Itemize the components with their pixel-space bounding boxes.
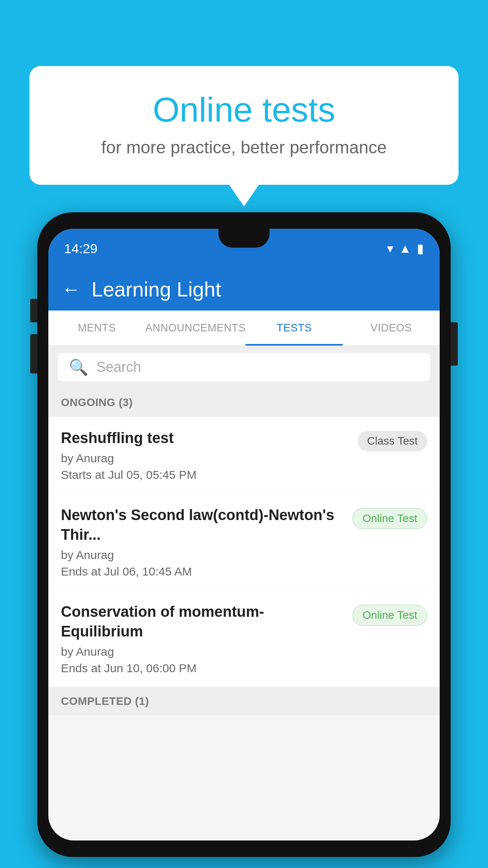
test-time-2: Ends at Jul 06, 10:45 AM bbox=[61, 565, 345, 578]
signal-icon: ▲ bbox=[399, 241, 411, 256]
test-list: Reshuffling test by Anurag Starts at Jul… bbox=[48, 417, 440, 687]
bubble-title: Online tests bbox=[61, 90, 427, 130]
app-bar: ← Learning Light bbox=[48, 268, 440, 311]
completed-section-header: COMPLETED (1) bbox=[48, 687, 440, 715]
phone-frame: 14:29 ▾ ▲ ▮ ← Learning Light MENTS ANNOU… bbox=[37, 212, 451, 857]
search-input[interactable]: Search bbox=[96, 359, 141, 375]
test-badge-3: Online Test bbox=[352, 605, 427, 626]
test-info-2: Newton's Second law(contd)-Newton's Thir… bbox=[61, 506, 345, 578]
notch-cutout bbox=[218, 229, 270, 248]
search-container: 🔍 Search bbox=[48, 346, 440, 388]
test-title-2: Newton's Second law(contd)-Newton's Thir… bbox=[61, 506, 345, 544]
test-title-1: Reshuffling test bbox=[61, 428, 350, 448]
app-bar-title: Learning Light bbox=[92, 278, 221, 301]
tab-tests[interactable]: TESTS bbox=[246, 311, 343, 346]
volume-down-button bbox=[30, 334, 37, 373]
battery-icon: ▮ bbox=[417, 241, 424, 256]
test-item-2[interactable]: Newton's Second law(contd)-Newton's Thir… bbox=[48, 494, 440, 590]
tabs-bar: MENTS ANNOUNCEMENTS TESTS VIDEOS bbox=[48, 311, 440, 346]
test-author-2: by Anurag bbox=[61, 548, 345, 562]
test-badge-2: Online Test bbox=[352, 508, 427, 529]
test-author-3: by Anurag bbox=[61, 645, 345, 658]
tab-videos[interactable]: VIDEOS bbox=[343, 311, 440, 346]
test-title-3: Conservation of momentum-Equilibrium bbox=[61, 602, 345, 641]
tab-announcements[interactable]: ANNOUNCEMENTS bbox=[145, 311, 246, 346]
test-item-3[interactable]: Conservation of momentum-Equilibrium by … bbox=[48, 590, 440, 687]
test-info-1: Reshuffling test by Anurag Starts at Jul… bbox=[61, 428, 350, 482]
test-badge-1: Class Test bbox=[358, 431, 427, 451]
search-box[interactable]: 🔍 Search bbox=[58, 353, 430, 381]
test-time-3: Ends at Jun 10, 06:00 PM bbox=[61, 662, 345, 675]
bubble-subtitle: for more practice, better performance bbox=[61, 138, 427, 157]
phone-screen: 14:29 ▾ ▲ ▮ ← Learning Light MENTS ANNOU… bbox=[48, 229, 440, 840]
speech-bubble: Online tests for more practice, better p… bbox=[29, 66, 459, 185]
back-button[interactable]: ← bbox=[62, 280, 81, 299]
wifi-icon: ▾ bbox=[387, 241, 393, 256]
status-icons: ▾ ▲ ▮ bbox=[387, 241, 424, 256]
test-info-3: Conservation of momentum-Equilibrium by … bbox=[61, 602, 345, 675]
test-item-1[interactable]: Reshuffling test by Anurag Starts at Jul… bbox=[48, 417, 440, 494]
test-author-1: by Anurag bbox=[61, 452, 350, 465]
search-icon: 🔍 bbox=[69, 358, 88, 377]
volume-up-button bbox=[30, 299, 37, 322]
status-time: 14:29 bbox=[64, 241, 97, 256]
status-bar: 14:29 ▾ ▲ ▮ bbox=[48, 229, 440, 268]
power-button bbox=[451, 322, 458, 366]
tab-ments[interactable]: MENTS bbox=[48, 311, 145, 346]
test-time-1: Starts at Jul 05, 05:45 PM bbox=[61, 468, 350, 482]
ongoing-section-header: ONGOING (3) bbox=[48, 388, 440, 417]
